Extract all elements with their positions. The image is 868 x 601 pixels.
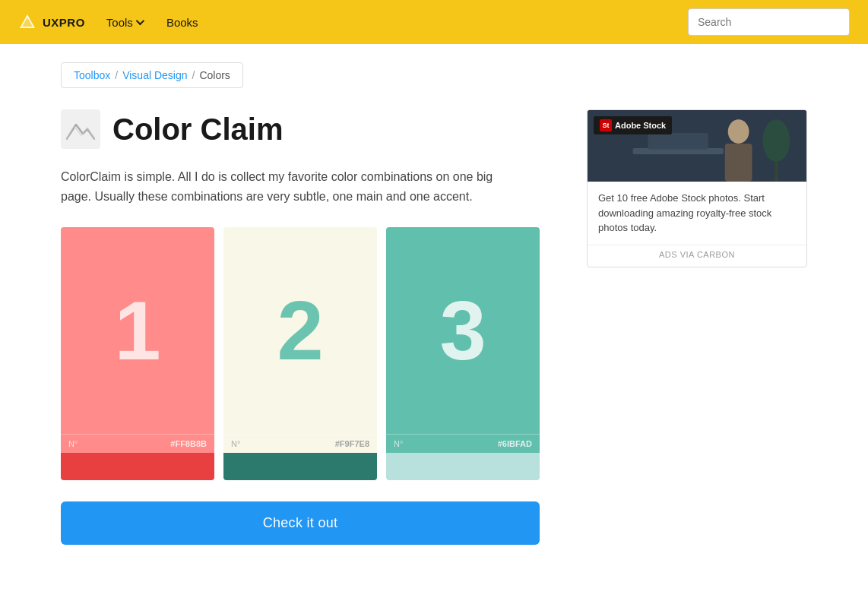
mountain-icon [66, 119, 95, 140]
color-card-1-main: 1 [61, 227, 214, 434]
nav-tools-label: Tools [106, 16, 133, 29]
breadcrumb: Toolbox / Visual Design / Colors [61, 62, 243, 88]
content-main: Color Claim ColorClaim is simple. All I … [61, 109, 556, 545]
page-title: Color Claim [112, 112, 283, 147]
nav-books-label: Books [166, 16, 198, 29]
svg-point-5 [728, 119, 749, 144]
breadcrumb-toolbox[interactable]: Toolbox [74, 69, 110, 81]
color-card-2-footer: N° #F9F7E8 [223, 434, 377, 453]
ad-footer: ADS VIA CARBON [588, 245, 806, 267]
color-card-2-accent [223, 453, 377, 480]
adobe-stock-icon: St [600, 119, 612, 131]
ad-headline: Get 10 free Adobe Stock photos. Start do… [598, 192, 771, 233]
color-card-3-main: 3 [386, 227, 540, 434]
color-card-3[interactable]: 3 N° #6IBFAD [386, 227, 540, 480]
svg-rect-6 [725, 144, 752, 182]
breadcrumb-sep-1: / [115, 69, 118, 81]
color-card-1-footer: N° #FF8B8B [61, 434, 214, 453]
cta-section: Check it out [61, 501, 540, 545]
color-card-1-number: 1 [114, 289, 160, 372]
color-card-2-main: 2 [223, 227, 377, 434]
search-input[interactable] [688, 8, 850, 36]
color-card-2-hex: #F9F7E8 [335, 439, 369, 448]
ad-text: Get 10 free Adobe Stock photos. Start do… [588, 182, 806, 245]
color-card-3-hex: #6IBFAD [498, 439, 532, 448]
color-card-1[interactable]: 1 N° #FF8B8B [61, 227, 214, 480]
ad-brand-name: Adobe Stock [615, 121, 666, 130]
color-card-1-hex: #FF8B8B [170, 439, 207, 448]
color-cards-grid: 1 N° #FF8B8B 2 N° #F9F7E8 [61, 227, 540, 480]
page-description: ColorClaim is simple. All I do is collec… [61, 167, 502, 206]
color-card-2-label: N° [231, 439, 240, 448]
breadcrumb-current: Colors [199, 69, 230, 81]
logo-text: UXPRO [43, 16, 85, 29]
color-card-1-label: N° [68, 439, 78, 448]
check-it-out-button[interactable]: Check it out [61, 501, 540, 545]
svg-rect-8 [775, 162, 778, 182]
ad-brand-badge: St Adobe Stock [594, 116, 672, 134]
color-card-3-accent [386, 453, 540, 480]
nav-tools[interactable]: Tools [103, 13, 145, 32]
ad-footer-text: ADS VIA CARBON [659, 250, 735, 259]
logo[interactable]: UXPRO [18, 13, 85, 31]
header: UXPRO Tools Books [0, 0, 868, 44]
page-icon [61, 109, 100, 149]
content-layout: Color Claim ColorClaim is simple. All I … [61, 109, 807, 545]
page-title-row: Color Claim [61, 109, 556, 149]
nav-books[interactable]: Books [163, 13, 201, 32]
ad-image-area: St Adobe Stock [588, 110, 806, 182]
color-card-3-label: N° [394, 439, 403, 448]
color-card-3-number: 3 [439, 289, 486, 372]
svg-point-7 [762, 119, 790, 162]
color-card-3-footer: N° #6IBFAD [386, 434, 540, 453]
color-card-1-accent [61, 453, 214, 480]
ad-card: St Adobe Stock [587, 109, 807, 267]
color-card-2[interactable]: 2 N° #F9F7E8 [223, 227, 377, 480]
breadcrumb-sep-2: / [192, 69, 195, 81]
svg-rect-4 [648, 133, 708, 150]
sidebar: St Adobe Stock [587, 109, 807, 267]
color-card-2-number: 2 [277, 289, 323, 372]
breadcrumb-visual-design[interactable]: Visual Design [122, 69, 187, 81]
logo-icon [18, 13, 36, 31]
main-content: Toolbox / Visual Design / Colors Color C… [0, 44, 868, 563]
chevron-down-icon [136, 17, 144, 25]
